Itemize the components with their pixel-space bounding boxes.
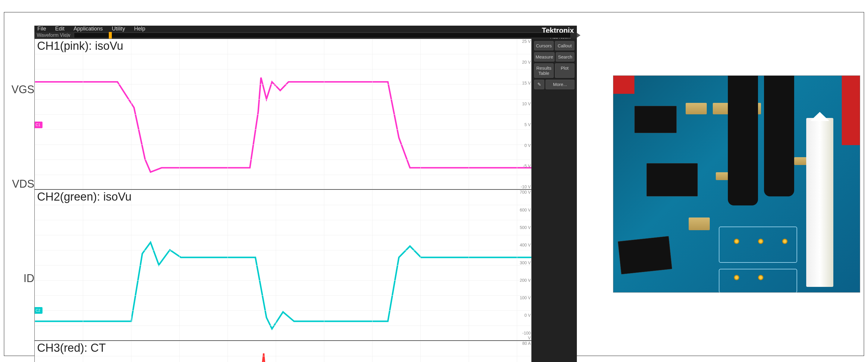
chevron-left-icon[interactable] (64, 33, 68, 38)
plot-button[interactable]: Plot (555, 63, 575, 78)
callout-button[interactable]: Callout (555, 41, 575, 50)
more-button[interactable]: More... (546, 80, 575, 89)
ch1-badge[interactable]: C1 (34, 121, 42, 128)
menu-applications[interactable]: Applications (73, 26, 103, 32)
ch2-label: CH2(green): isoVu (37, 190, 131, 203)
ch1-label: CH1(pink): isoVu (37, 39, 123, 53)
menu-file[interactable]: File (37, 26, 46, 32)
oscilloscope-window: Tektronix Add New... File Edit Applicati… (34, 26, 577, 342)
ch3-yaxis: 80 A60 A40 A20 A0 A-20 A-40 A (519, 341, 531, 362)
ch3-label: CH3(red): CT (37, 341, 106, 355)
label-id: ID (10, 272, 34, 285)
search-button[interactable]: Search (556, 52, 575, 61)
pcb-photo (613, 76, 860, 293)
waveform-pane-ch3[interactable]: CH3(red): CT C3 80 A60 A40 A20 A0 A-20 A… (34, 341, 532, 362)
results-table-button[interactable]: Results Table (534, 63, 554, 78)
menu-help[interactable]: Help (134, 26, 145, 32)
ch1-yaxis: 25 V20 V15 V10 V5 V0 V-5 V-10 V (519, 39, 531, 189)
note-icon-button[interactable]: ✎ (534, 80, 544, 89)
chevron-right-icon[interactable] (577, 33, 581, 38)
menu-utility[interactable]: Utility (112, 26, 125, 32)
right-panel: Cursors Callout Measure Search Results T… (532, 38, 577, 362)
ch2-badge[interactable]: C2 (34, 307, 42, 314)
measure-button[interactable]: Measure (534, 52, 555, 61)
waveform-pane-ch2[interactable]: CH2(green): isoVu C2 700 V600 V500 V400 … (34, 190, 532, 340)
label-vgs: VGS (10, 83, 34, 96)
horizontal-position-slider[interactable] (74, 33, 571, 38)
subbar: Waveform View (34, 32, 577, 38)
ch2-yaxis: 700 V600 V500 V400 V300 V200 V100 V0 V-1… (519, 190, 531, 340)
menubar: File Edit Applications Utility Help (34, 26, 577, 32)
label-vds: VDS (10, 178, 34, 190)
waveform-pane-ch1[interactable]: CH1(pink): isoVu C1 25 V20 V15 V10 V5 V0… (34, 38, 532, 190)
cursors-button[interactable]: Cursors (534, 41, 554, 50)
menu-edit[interactable]: Edit (55, 26, 64, 32)
